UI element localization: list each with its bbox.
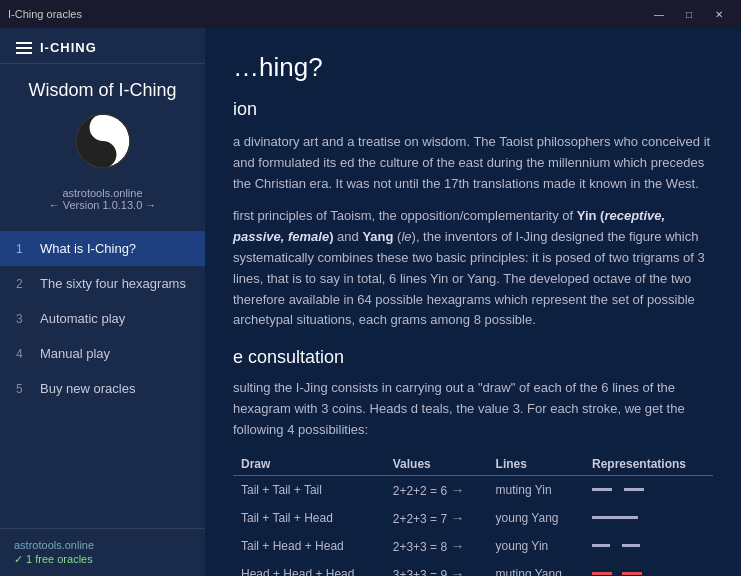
nav-item-3[interactable]: 3 Automatic play: [0, 301, 205, 336]
table-row: Tail + Head + Head 2+3+3 = 8 → young Yin: [233, 532, 713, 560]
svg-point-2: [97, 149, 108, 160]
hexagram-table: Draw Values Lines Representations Tail +…: [233, 453, 713, 576]
titlebar-left: I-Ching oracles: [8, 8, 82, 20]
col-repr: Representations: [584, 453, 713, 476]
para1: a divinatory art and a treatise on wisdo…: [233, 132, 713, 194]
titlebar: I-Ching oracles — □ ✕: [0, 0, 741, 28]
sidebar-header: I-CHING: [0, 28, 205, 64]
titlebar-controls: — □ ✕: [645, 4, 733, 24]
sidebar-hero: Wisdom of I-Ching astrotools.online ← Ve…: [0, 64, 205, 227]
table-row: Head + Head + Head 3+3+3 = 9 → muting Ya…: [233, 560, 713, 576]
minimize-button[interactable]: —: [645, 4, 673, 24]
sidebar-nav: 1 What is I-Ching? 2 The sixty four hexa…: [0, 227, 205, 528]
intro-heading: ion: [233, 99, 713, 120]
app-container: I-CHING Wisdom of I-Ching astrotools.onl…: [0, 28, 741, 576]
main-content: …hing? ion a divinatory art and a treati…: [205, 28, 741, 576]
sidebar-hero-title: Wisdom of I-Ching: [16, 80, 189, 101]
nav-item-1[interactable]: 1 What is I-Ching?: [0, 231, 205, 266]
col-values: Values: [385, 453, 488, 476]
table-row: Tail + Tail + Tail 2+2+2 = 6 → muting Yi…: [233, 475, 713, 504]
svg-point-1: [97, 122, 108, 133]
sidebar: I-CHING Wisdom of I-Ching astrotools.onl…: [0, 28, 205, 576]
para2: first principles of Taoism, the oppositi…: [233, 206, 713, 331]
sidebar-brand: I-CHING: [40, 40, 97, 55]
sidebar-footer: astrotools.online ✓ 1 free oracles: [0, 528, 205, 576]
sidebar-version: astrotools.online ← Version 1.0.13.0 →: [16, 187, 189, 211]
col-draw: Draw: [233, 453, 385, 476]
table-row: Tail + Tail + Head 2+2+3 = 7 → young Yan…: [233, 504, 713, 532]
consult-heading: e consultation: [233, 347, 713, 368]
footer-oracles: ✓ 1 free oracles: [14, 553, 191, 566]
nav-item-4[interactable]: 4 Manual play: [0, 336, 205, 371]
col-lines: Lines: [488, 453, 584, 476]
nav-item-2[interactable]: 2 The sixty four hexagrams: [0, 266, 205, 301]
footer-site: astrotools.online: [14, 539, 191, 551]
page-title: …hing?: [233, 52, 713, 83]
titlebar-title: I-Ching oracles: [8, 8, 82, 20]
yin-yang-icon: [75, 113, 131, 169]
maximize-button[interactable]: □: [675, 4, 703, 24]
nav-item-5[interactable]: 5 Buy new oracles: [0, 371, 205, 406]
close-button[interactable]: ✕: [705, 4, 733, 24]
consult-intro: sulting the I-Jing consists in carrying …: [233, 378, 713, 440]
hamburger-icon[interactable]: [16, 42, 32, 54]
